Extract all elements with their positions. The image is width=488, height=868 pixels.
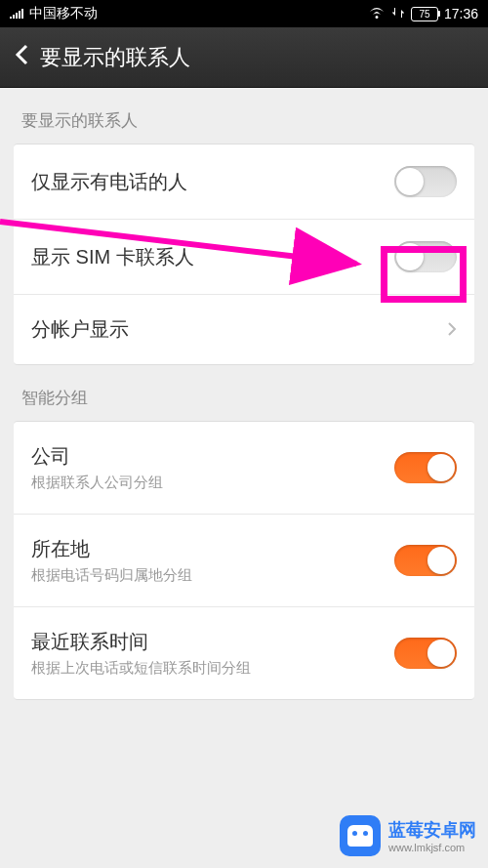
status-bar: 中国移不动 75 17:36: [0, 0, 488, 27]
row-company[interactable]: 公司 根据联系人公司分组: [14, 422, 474, 515]
carrier-text: 中国移不动: [29, 5, 98, 22]
row-subtitle: 根据上次电话或短信联系时间分组: [31, 659, 251, 678]
row-location[interactable]: 所在地 根据电话号码归属地分组: [14, 515, 474, 607]
network-icon: [391, 6, 405, 22]
toggle-recent-contact[interactable]: [394, 638, 457, 669]
clock: 17:36: [444, 6, 478, 21]
toggle-location[interactable]: [394, 545, 457, 576]
header: 要显示的联系人: [0, 27, 488, 88]
watermark: 蓝莓安卓网 www.lmkjsf.com: [340, 815, 476, 856]
page-title: 要显示的联系人: [40, 43, 190, 72]
toggle-phone-only[interactable]: [394, 166, 457, 197]
battery-icon: 75: [411, 7, 438, 21]
signal-icon: [10, 6, 25, 21]
watermark-logo-icon: [340, 815, 381, 856]
toggle-company[interactable]: [394, 452, 457, 483]
row-recent-contact[interactable]: 最近联系时间 根据上次电话或短信联系时间分组: [14, 607, 474, 699]
wifi-icon: [368, 6, 386, 22]
battery-level: 75: [419, 9, 429, 20]
chevron-right-icon: [447, 317, 457, 343]
watermark-title: 蓝莓安卓网: [388, 818, 476, 842]
toggle-sim-contacts[interactable]: [394, 241, 457, 272]
row-title: 分帐户显示: [31, 316, 129, 343]
row-phone-only[interactable]: 仅显示有电话的人: [14, 145, 474, 220]
section-header-display: 要显示的联系人: [0, 88, 488, 144]
row-subtitle: 根据联系人公司分组: [31, 474, 163, 492]
row-title: 显示 SIM 卡联系人: [31, 244, 194, 270]
watermark-url: www.lmkjsf.com: [388, 842, 465, 853]
row-title: 仅显示有电话的人: [31, 169, 187, 195]
row-subtitle: 根据电话号码归属地分组: [31, 566, 192, 585]
list-smart-group: 公司 根据联系人公司分组 所在地 根据电话号码归属地分组 最近联系时间 根据上次…: [14, 421, 474, 700]
row-title: 最近联系时间: [31, 629, 251, 655]
row-by-account[interactable]: 分帐户显示: [14, 295, 474, 364]
row-title: 所在地: [31, 536, 192, 562]
row-sim-contacts[interactable]: 显示 SIM 卡联系人: [14, 220, 474, 295]
section-header-smart-group: 智能分组: [0, 365, 488, 421]
list-display: 仅显示有电话的人 显示 SIM 卡联系人 分帐户显示: [14, 144, 474, 365]
row-title: 公司: [31, 443, 163, 470]
back-icon[interactable]: [15, 42, 28, 72]
